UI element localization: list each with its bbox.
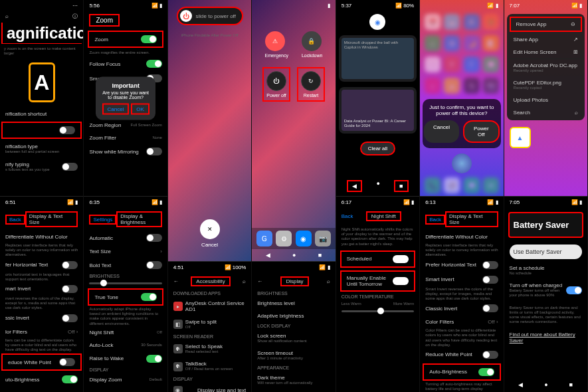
chrome-icon[interactable]: ◉ — [369, 14, 385, 30]
classic-toggle[interactable] — [62, 314, 78, 322]
app-icon[interactable]: G — [256, 231, 272, 246]
temp-slider[interactable] — [342, 310, 414, 312]
poweroff-button[interactable]: ⏻ — [266, 71, 286, 91]
clearall-button[interactable]: Clear all — [360, 142, 395, 155]
status-icons: ▮ — [328, 3, 330, 9]
nav-recent[interactable]: ■ — [569, 381, 573, 388]
restart-button[interactable]: ↻ — [301, 71, 321, 91]
cancel-button[interactable]: ✕ — [200, 219, 220, 239]
search-icon: ⌕ — [575, 110, 578, 116]
auto-toggle[interactable] — [62, 375, 78, 383]
nav-back[interactable]: ◀ — [347, 180, 362, 192]
search-icon[interactable]: ⌕ — [5, 13, 9, 19]
ok-button[interactable]: OK — [131, 103, 149, 114]
horiz-label: fer Horizontal Text — [5, 262, 48, 268]
recent-item[interactable]: Adobe Acrobat Pro DC.app — [514, 62, 578, 68]
search-item[interactable]: Search — [514, 110, 530, 116]
nav-home[interactable]: ● — [292, 252, 296, 258]
truetone-toggle[interactable] — [141, 293, 157, 301]
white-toggle[interactable] — [482, 351, 498, 359]
adaptive-item[interactable]: Adaptive brightness — [257, 313, 304, 319]
search-icon[interactable]: ⌕ — [327, 278, 330, 284]
nav-back[interactable]: ◀ — [266, 252, 270, 258]
edit-item[interactable]: Edit Home Screen — [514, 49, 557, 55]
auto-toggle[interactable] — [478, 368, 494, 376]
share-item[interactable]: Share App — [514, 37, 538, 43]
night-label[interactable]: Night Shift — [89, 330, 114, 336]
dark-item[interactable]: Dark theme — [257, 375, 284, 381]
typing-toggle[interactable] — [62, 163, 78, 171]
raise-toggle[interactable] — [146, 355, 162, 363]
back-icon[interactable]: ← — [257, 278, 262, 284]
drive-icon[interactable]: ▲ — [510, 127, 531, 148]
help-icon[interactable]: ⓘ — [72, 13, 78, 20]
cancel-button[interactable]: Cancel — [424, 120, 459, 143]
dispsize-item[interactable]: Display size and text — [197, 387, 246, 392]
nav-home[interactable]: ● — [376, 180, 379, 192]
zoom-label: Zoom — [94, 37, 108, 43]
manual-toggle[interactable] — [393, 277, 409, 285]
app-icon[interactable]: 📷 — [315, 231, 331, 246]
select-item[interactable]: Select to Speak — [185, 343, 223, 349]
nav-recent[interactable]: ■ — [394, 180, 408, 192]
siri-orb[interactable] — [452, 153, 472, 173]
back-button[interactable]: Back — [342, 213, 353, 219]
charged-toggle[interactable] — [566, 286, 582, 294]
brightness-slider[interactable] — [89, 282, 161, 284]
app-icon[interactable]: ◉ — [296, 231, 312, 246]
app-icon[interactable]: ⚙ — [276, 231, 292, 246]
bold-toggle[interactable] — [146, 261, 162, 269]
search-icon[interactable]: ⌕ — [243, 278, 246, 284]
zoom-label[interactable]: Display Zoom — [89, 377, 122, 383]
nav-home[interactable]: ● — [544, 381, 547, 388]
cancel-button[interactable]: Cancel — [102, 103, 130, 114]
nav-recent[interactable]: ■ — [318, 252, 322, 258]
use-button[interactable]: Use Battery Saver — [510, 245, 582, 259]
classic-toggle[interactable] — [482, 304, 498, 312]
horiz-toggle[interactable] — [62, 261, 78, 269]
white-toggle[interactable] — [59, 358, 75, 366]
follow-toggle[interactable] — [146, 60, 162, 68]
back-button[interactable]: Back — [5, 215, 25, 225]
shortcut-toggle[interactable] — [59, 126, 75, 134]
lockdown-button[interactable]: 🔒 — [302, 31, 322, 51]
swipe-item[interactable]: Swipe to split — [185, 319, 217, 325]
poweroff-button[interactable]: Power Off — [463, 120, 500, 143]
smart-toggle[interactable] — [62, 285, 78, 293]
textsize-label[interactable]: Text Size — [89, 248, 110, 254]
nav-back[interactable]: ◀ — [518, 381, 523, 388]
recent-item[interactable]: CutePDF EDitor.png — [514, 80, 561, 86]
night-desc: Night Shift automatically shifts the col… — [336, 225, 419, 249]
poweroff-label: Power off — [266, 93, 286, 98]
back-icon[interactable]: ← — [173, 278, 179, 284]
magnification-preview: A — [29, 62, 55, 102]
automatic-toggle[interactable] — [146, 234, 162, 242]
time: 7:07 — [510, 3, 520, 9]
findable-sub: iPhone Findable After Power Off — [168, 32, 251, 39]
mirror-toggle[interactable] — [146, 147, 162, 155]
power-slider[interactable]: ⏻ slide to power off — [177, 7, 243, 25]
auto-sub: Turning off auto-brightness may affect b… — [420, 382, 503, 392]
sched-item[interactable]: Set a schedule — [510, 265, 545, 271]
back-button[interactable]: Settings — [89, 215, 116, 225]
emergency-button[interactable]: ⚠ — [265, 31, 285, 51]
back-button[interactable]: Back — [425, 215, 445, 225]
recent-card[interactable]: Microsoft dropped the ball with Copilot … — [339, 35, 417, 82]
page-title: Battery Saver — [508, 212, 583, 238]
zoom-toggle[interactable] — [141, 35, 157, 43]
horiz-toggle[interactable] — [482, 261, 498, 269]
upload-item[interactable]: Upload Photos — [514, 97, 548, 103]
findout-link[interactable]: Find out more about Battery Saver — [510, 332, 582, 343]
recent-card[interactable]: Data Analyst or Power BI: A Career Guide… — [339, 87, 417, 134]
smart-sub: nvert reverses the colors of the display… — [0, 296, 83, 311]
smart-toggle[interactable] — [482, 276, 498, 284]
filters-label[interactable]: Color Filters — [425, 319, 454, 325]
scheduled-toggle[interactable] — [393, 255, 409, 263]
autolock-label[interactable]: Auto-Lock — [89, 342, 113, 348]
timeout-item[interactable]: Screen timeout — [257, 350, 293, 356]
blevel-item[interactable]: Brightness level — [257, 300, 294, 306]
remove-item[interactable]: Remove App — [516, 21, 547, 27]
talkback-item[interactable]: TalkBack — [185, 361, 207, 367]
lockscreen-item[interactable]: Lock screen — [257, 333, 286, 339]
anydesk-item[interactable]: AnyDesk Control Service AD1 — [185, 300, 246, 312]
